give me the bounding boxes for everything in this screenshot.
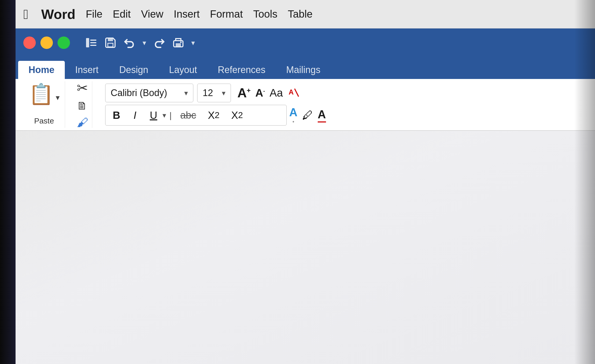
font-size-arrow: ▾	[222, 89, 225, 97]
underline-button[interactable]: U	[145, 107, 162, 123]
increase-font-button[interactable]: A+	[237, 85, 251, 100]
subscript-button[interactable]: X2	[203, 107, 225, 123]
bold-button[interactable]: B	[108, 107, 125, 123]
undo-dropdown-arrow[interactable]: ▾	[140, 37, 148, 49]
print-dropdown-arrow[interactable]: ▾	[189, 37, 197, 49]
ribbon-content: 📋 ▾ Paste ✂ 🗎 🖌 Calibri (Body) ▾ 12	[16, 79, 595, 131]
strikethrough-button[interactable]: abc	[175, 107, 201, 123]
minimize-button[interactable]	[40, 37, 53, 49]
tab-insert[interactable]: Insert	[65, 61, 109, 79]
svg-rect-7	[176, 43, 181, 46]
font-name-arrow: ▾	[184, 89, 188, 97]
paste-button[interactable]: 📋 ▾	[29, 84, 60, 104]
clipboard-sub-section: ✂ 🗎 🖌	[73, 81, 92, 128]
font-size-value: 12	[203, 88, 219, 98]
svg-rect-2	[90, 42, 96, 43]
tab-mailings[interactable]: Mailings	[276, 61, 331, 79]
font-color-a-icon: A	[289, 106, 298, 119]
font-color-underline-icon: A	[318, 108, 326, 122]
ribbon-tabs: Home Insert Design Layout References Mai…	[16, 57, 595, 79]
cut-icon[interactable]: ✂	[77, 80, 88, 96]
font-color-button[interactable]: A	[318, 108, 326, 122]
window-controls	[23, 37, 70, 49]
svg-point-8	[180, 41, 182, 43]
color-format-icons: A • 🖊 A	[289, 106, 326, 125]
font-color-blue-button[interactable]: A •	[289, 106, 298, 125]
svg-rect-1	[90, 40, 96, 41]
paste-label[interactable]: Paste	[34, 117, 54, 125]
save-icon[interactable]	[102, 34, 119, 51]
print-icon[interactable]	[170, 34, 187, 51]
tab-layout[interactable]: Layout	[159, 61, 207, 79]
menu-bar:  Word File Edit View Insert Format Tool…	[16, 0, 595, 28]
svg-text:A: A	[289, 89, 294, 96]
clear-formatting-button[interactable]: A	[288, 86, 300, 100]
menu-tools[interactable]: Tools	[253, 8, 277, 20]
font-top-row: Calibri (Body) ▾ 12 ▾ A+ A-	[105, 84, 326, 102]
format-divider: |	[169, 110, 172, 120]
maximize-button[interactable]	[58, 37, 70, 49]
document-area[interactable]	[16, 131, 595, 364]
title-bar: ▾ ▾	[16, 28, 595, 57]
svg-rect-3	[90, 45, 96, 46]
format-bottom-row: B I U ▾ | abc X2 X2	[105, 105, 326, 126]
underline-group: U ▾	[145, 107, 166, 123]
app-name[interactable]: Word	[41, 6, 75, 22]
font-name-value: Calibri (Body)	[111, 88, 182, 98]
apple-logo-icon[interactable]: 	[23, 6, 28, 22]
tab-design[interactable]: Design	[109, 61, 159, 79]
sidebar-toggle-icon[interactable]	[83, 34, 100, 51]
copy-icon[interactable]: 🗎	[77, 100, 88, 112]
font-size-controls: A+ A- Aa A	[235, 85, 300, 100]
paste-dropdown-arrow[interactable]: ▾	[56, 93, 60, 102]
font-name-dropdown[interactable]: Calibri (Body) ▾	[105, 84, 193, 102]
clipboard-section: 📋 ▾ Paste	[23, 81, 65, 128]
text-format-toolbar: B I U ▾ | abc X2 X2	[105, 105, 287, 126]
underline-dropdown-arrow[interactable]: ▾	[162, 111, 166, 120]
svg-rect-0	[86, 38, 89, 47]
change-case-button[interactable]: Aa	[270, 87, 283, 99]
superscript-button[interactable]: X2	[226, 107, 248, 123]
redo-icon[interactable]	[151, 34, 167, 51]
highlight-icon: 🖊	[302, 109, 313, 121]
menu-view[interactable]: View	[141, 8, 163, 20]
italic-button[interactable]: I	[127, 107, 143, 123]
font-color-dot: •	[292, 119, 294, 125]
menu-edit[interactable]: Edit	[113, 8, 131, 20]
undo-icon[interactable]	[121, 34, 138, 51]
font-size-dropdown[interactable]: 12 ▾	[197, 84, 231, 102]
decrease-font-button[interactable]: A-	[255, 87, 265, 99]
font-section: Calibri (Body) ▾ 12 ▾ A+ A-	[100, 82, 331, 127]
highlight-color-button[interactable]: 🖊	[302, 109, 313, 121]
menu-insert[interactable]: Insert	[174, 8, 200, 20]
menu-file[interactable]: File	[86, 8, 102, 20]
tab-references[interactable]: References	[207, 61, 276, 79]
menu-format[interactable]: Format	[210, 8, 243, 20]
menu-table[interactable]: Table	[288, 8, 313, 20]
paste-icon: 📋	[29, 84, 54, 104]
tab-home[interactable]: Home	[18, 61, 65, 79]
svg-rect-4	[108, 38, 113, 41]
close-button[interactable]	[23, 37, 36, 49]
svg-rect-5	[108, 43, 113, 47]
quick-access-toolbar: ▾ ▾	[83, 34, 197, 51]
svg-line-10	[295, 89, 299, 97]
format-paint-icon[interactable]: 🖌	[77, 116, 88, 129]
